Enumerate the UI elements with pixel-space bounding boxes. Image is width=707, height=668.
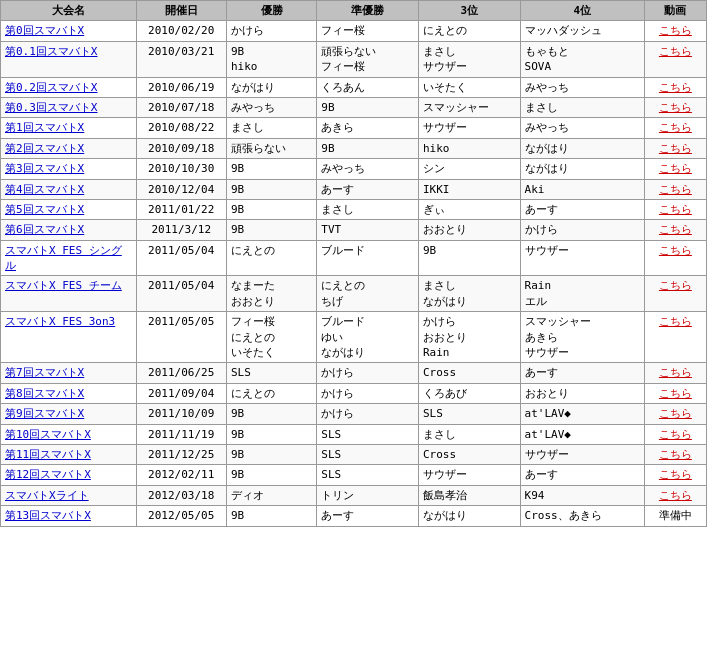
video-cell: こちら [644,118,706,138]
second-place-cell: あーす [317,506,419,526]
tournament-name-link[interactable]: 第7回スマバトX [5,366,84,379]
fourth-place-cell: もゃもとSOVA [520,41,644,77]
tournament-name-cell: 第11回スマバトX [1,444,137,464]
first-place-cell: 9B [226,424,316,444]
tournament-name-link[interactable]: 第5回スマバトX [5,203,84,216]
video-link[interactable]: こちら [659,24,692,37]
table-row: 第12回スマバトX2012/02/119BSLSサウザーあーすこちら [1,465,707,485]
tournament-name-link[interactable]: 第1回スマバトX [5,121,84,134]
tournament-name-link[interactable]: 第0.1回スマバトX [5,45,98,58]
fourth-place-cell: at'LAV◆ [520,404,644,424]
tournament-name-link[interactable]: 第8回スマバトX [5,387,84,400]
first-place-cell: 9B [226,199,316,219]
video-cell: こちら [644,179,706,199]
second-place-cell: ブルード [317,240,419,276]
first-place-cell: かけら [226,21,316,41]
table-row: 第1回スマバトX2010/08/22まさしあきらサウザーみやっちこちら [1,118,707,138]
tournament-name-link[interactable]: 第10回スマバトX [5,428,91,441]
video-link[interactable]: こちら [659,387,692,400]
second-place-cell: まさし [317,199,419,219]
tournament-name-cell: 第8回スマバトX [1,383,137,403]
tournament-name-link[interactable]: 第2回スマバトX [5,142,84,155]
table-row: 第8回スマバトX2011/09/04にえとのかけらくろあびおおとりこちら [1,383,707,403]
video-link[interactable]: こちら [659,315,692,328]
tournament-name-cell: スマバトX FES チーム [1,276,137,312]
tournament-name-cell: 第9回スマバトX [1,404,137,424]
table-row: 第5回スマバトX2011/01/229Bまさしぎぃあーすこちら [1,199,707,219]
second-place-cell: SLS [317,424,419,444]
first-place-cell: 頑張らない [226,138,316,158]
third-place-cell: シン [418,159,520,179]
date-cell: 2010/07/18 [136,97,226,117]
tournament-name-link[interactable]: スマバトX FES シングル [5,244,122,272]
third-place-cell: かけらおおとりRain [418,312,520,363]
third-place-cell: まさしサウザー [418,41,520,77]
date-cell: 2010/06/19 [136,77,226,97]
video-link[interactable]: こちら [659,489,692,502]
header-date: 開催日 [136,1,226,21]
video-cell: こちら [644,383,706,403]
video-link[interactable]: こちら [659,101,692,114]
tournament-name-link[interactable]: 第3回スマバトX [5,162,84,175]
tournament-name-link[interactable]: 第0.3回スマバトX [5,101,98,114]
fourth-place-cell: Rainエル [520,276,644,312]
video-link[interactable]: こちら [659,223,692,236]
tournament-name-link[interactable]: スマバトX FES 3on3 [5,315,115,328]
fourth-place-cell: あーす [520,199,644,219]
table-row: 第0.2回スマバトX2010/06/19ながはりくろあんいそたくみやっちこちら [1,77,707,97]
fourth-place-cell: ながはり [520,138,644,158]
second-place-cell: にえとのちげ [317,276,419,312]
video-link[interactable]: こちら [659,407,692,420]
first-place-cell: 9Bhiko [226,41,316,77]
fourth-place-cell: おおとり [520,383,644,403]
table-row: 第9回スマバトX2011/10/099BかけらSLSat'LAV◆こちら [1,404,707,424]
second-place-cell: 頑張らないフィー桜 [317,41,419,77]
tournament-name-link[interactable]: 第0回スマバトX [5,24,84,37]
video-link[interactable]: こちら [659,366,692,379]
third-place-cell: hiko [418,138,520,158]
tournament-name-cell: 第5回スマバトX [1,199,137,219]
tournament-name-link[interactable]: 第0.2回スマバトX [5,81,98,94]
first-place-cell: 9B [226,404,316,424]
video-link[interactable]: こちら [659,448,692,461]
video-link[interactable]: こちら [659,142,692,155]
video-link[interactable]: こちら [659,468,692,481]
video-link[interactable]: こちら [659,428,692,441]
video-link[interactable]: こちら [659,81,692,94]
video-link[interactable]: こちら [659,45,692,58]
first-place-cell: なまーたおおとり [226,276,316,312]
video-cell: こちら [644,312,706,363]
tournament-name-link[interactable]: スマバトX FES チーム [5,279,122,292]
video-link[interactable]: こちら [659,279,692,292]
tournament-name-link[interactable]: 第12回スマバトX [5,468,91,481]
header-first: 優勝 [226,1,316,21]
first-place-cell: SLS [226,363,316,383]
video-cell: こちら [644,240,706,276]
video-link[interactable]: こちら [659,203,692,216]
tournament-name-link[interactable]: スマバトXライト [5,489,89,502]
video-link[interactable]: こちら [659,121,692,134]
tournament-name-cell: スマバトX FES 3on3 [1,312,137,363]
video-cell: こちら [644,21,706,41]
table-row: 第0.1回スマバトX2010/03/219Bhiko頑張らないフィー桜まさしサウ… [1,41,707,77]
tournament-name-link[interactable]: 第9回スマバトX [5,407,84,420]
tournament-name-cell: 第13回スマバトX [1,506,137,526]
tournament-name-link[interactable]: 第6回スマバトX [5,223,84,236]
video-link[interactable]: こちら [659,244,692,257]
date-cell: 2010/10/30 [136,159,226,179]
tournament-name-link[interactable]: 第13回スマバトX [5,509,91,522]
date-cell: 2011/05/04 [136,276,226,312]
fourth-place-cell: Cross、あきら [520,506,644,526]
tournament-name-link[interactable]: 第11回スマバトX [5,448,91,461]
fourth-place-cell: みやっち [520,118,644,138]
second-place-cell: かけら [317,383,419,403]
tournament-name-link[interactable]: 第4回スマバトX [5,183,84,196]
video-link[interactable]: こちら [659,183,692,196]
video-cell: こちら [644,41,706,77]
video-cell: 準備中 [644,506,706,526]
table-row: 第13回スマバトX2012/05/059BあーすながはりCross、あきら準備中 [1,506,707,526]
date-cell: 2012/03/18 [136,485,226,505]
tournament-name-cell: 第0.1回スマバトX [1,41,137,77]
video-link[interactable]: こちら [659,162,692,175]
first-place-cell: 9B [226,444,316,464]
